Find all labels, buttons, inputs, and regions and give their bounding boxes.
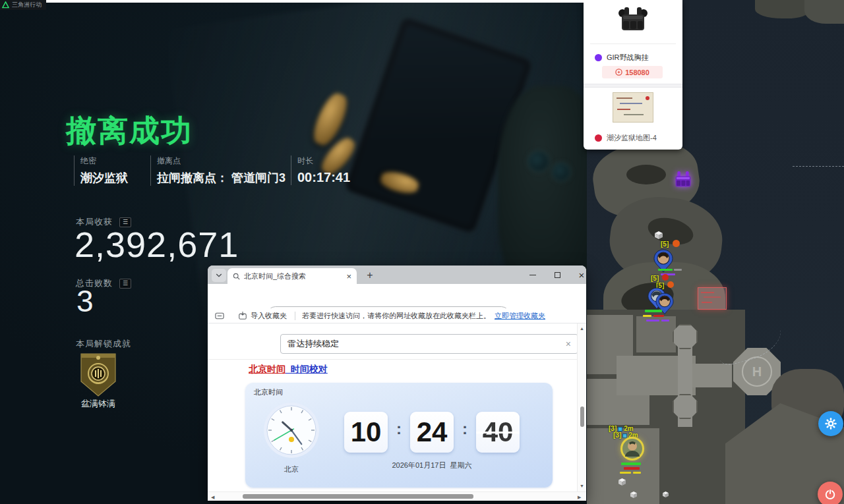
loot-value: 2,392,671 <box>75 224 239 265</box>
map-document-marker <box>698 287 727 310</box>
result-link-rest: _时间校对 <box>286 364 328 374</box>
exit-name: 拉闸撤离点： 管道闸门3 <box>157 170 286 186</box>
exit-label: 撤离点 <box>157 155 286 167</box>
bookmarks-hint-text: 若要进行快速访问，请将你的网址收藏放在此收藏夹栏上。 <box>302 311 491 321</box>
map-terrain <box>804 0 844 24</box>
clock-colon: : <box>458 420 472 438</box>
map-terrain <box>755 0 809 18</box>
import-favorites-button[interactable]: 导入收藏夹 <box>238 311 287 321</box>
browser-window: 北京时间_综合搜索 × + × https://www.so.com/s?q=北… <box>208 266 586 501</box>
gear-icon <box>824 417 837 430</box>
loot-cube-icon <box>663 491 669 497</box>
scroll-down-icon[interactable]: ▼ <box>580 484 584 488</box>
goggle-lens <box>528 150 550 173</box>
settings-fab-button[interactable] <box>818 411 843 436</box>
item-row[interactable]: GIR野战胸挂 <box>595 53 649 63</box>
result-link-highlight: 北京时间 <box>249 364 286 374</box>
window-top-strip <box>15 0 584 3</box>
bookbar-divider <box>295 312 295 320</box>
import-favorites-label: 导入收藏夹 <box>251 311 287 321</box>
browser-tab[interactable]: 北京时间_综合搜索 × <box>227 268 357 284</box>
status-bar <box>653 315 664 317</box>
search-result-link[interactable]: 北京时间_时间校对 <box>249 364 328 376</box>
new-tab-button[interactable]: + <box>363 269 377 282</box>
horizontal-scrollbar[interactable]: ◀ ▶ <box>208 491 586 501</box>
item-row[interactable]: 潮汐监狱地图-4 <box>595 133 657 143</box>
map-building <box>636 316 676 352</box>
map-name: 潮汐监狱 <box>80 170 128 186</box>
page-search-box[interactable]: × <box>280 334 578 354</box>
horizontal-scroll-thumb[interactable] <box>243 494 473 499</box>
tab-search-button[interactable] <box>212 269 226 282</box>
power-fab-button[interactable] <box>818 482 843 504</box>
vertical-scroll-thumb[interactable] <box>580 406 584 427</box>
item-name: GIR野战胸挂 <box>607 53 649 63</box>
health-bar <box>645 310 662 312</box>
health-bar <box>658 269 673 271</box>
loot-cube-icon <box>618 478 626 486</box>
page-divider <box>208 359 586 360</box>
analog-clock <box>262 401 320 459</box>
panel-gap <box>584 84 682 88</box>
info-col-clearance: 绝密 潮汐监狱 <box>74 155 128 186</box>
page-search-input[interactable] <box>287 339 566 349</box>
bookmarks-bar: 导入收藏夹 若要进行快速访问，请将你的网址收藏放在此收藏夹栏上。 立即管理收藏夹 <box>208 308 586 323</box>
info-col-duration: 时长 00:17:41 <box>291 155 350 185</box>
panel-divider <box>590 43 676 44</box>
import-icon <box>238 311 247 320</box>
scroll-right-icon[interactable]: ▶ <box>578 495 581 499</box>
vertical-scrollbar[interactable]: ▲ ▼ <box>577 323 586 491</box>
search-icon <box>233 273 240 280</box>
game-app-icon <box>2 1 9 9</box>
beijing-time-card: 北京时间 北京 10 : 2 <box>245 383 553 488</box>
enemy-dot <box>673 240 680 247</box>
clock-date: 2026年01月17日 星期六 <box>344 461 520 470</box>
browser-toolbar: https://www.so.com/s?q=北京时间&src=lm&ls=sm… <box>208 284 586 308</box>
achievement-badge <box>78 352 119 398</box>
map-building <box>692 364 732 387</box>
clock-city-label: 北京 <box>272 464 311 474</box>
window-maximize-button[interactable] <box>547 266 567 284</box>
goggle-lens <box>551 162 571 182</box>
status-bar <box>620 472 631 474</box>
flip-seconds: 40 <box>476 412 520 453</box>
item-image-vest[interactable] <box>617 6 649 36</box>
clear-search-icon[interactable]: × <box>566 339 571 349</box>
status-bar <box>674 269 682 271</box>
tab-close-icon[interactable]: × <box>346 272 351 281</box>
kills-value: 3 <box>76 283 94 319</box>
enemy-dot <box>662 274 669 281</box>
status-bar <box>633 472 641 474</box>
duration-label: 时长 <box>297 155 350 167</box>
scroll-left-icon[interactable]: ◀ <box>211 495 214 499</box>
bookmarks-bar-icon[interactable] <box>214 311 225 321</box>
power-icon <box>824 488 837 501</box>
achievement-badge-icon <box>78 352 119 398</box>
clock-colon: : <box>392 420 406 438</box>
window-minimize-button[interactable] <box>523 266 543 284</box>
manage-favorites-link[interactable]: 立即管理收藏夹 <box>495 311 545 321</box>
map-terrain <box>626 165 666 184</box>
item-price-badge: 158080 <box>602 66 663 78</box>
vest-icon <box>673 170 694 191</box>
tab-strip: 北京时间_综合搜索 × + × <box>208 266 586 284</box>
health-bar <box>621 462 641 465</box>
item-price: 158080 <box>625 69 649 76</box>
status-bar <box>624 467 640 470</box>
achievement-name: 盆满钵满 <box>71 398 125 410</box>
enemy-dot <box>667 281 674 288</box>
item-image-map[interactable] <box>613 92 653 123</box>
flip-hours: 10 <box>344 412 388 453</box>
squad-count-label: [5] <box>651 275 659 282</box>
status-bar <box>643 315 651 317</box>
clock-card-title: 北京时间 <box>254 387 283 397</box>
clearance-label: 绝密 <box>80 155 128 167</box>
kills-detail-icon[interactable]: ☰ <box>119 279 131 289</box>
status-bar <box>661 320 669 322</box>
page-content: × 北京时间_时间校对 北京时间 <box>208 323 586 491</box>
clock-weekday: 星期六 <box>450 461 472 469</box>
squad-count-label: [5] <box>661 241 669 248</box>
scroll-up-icon[interactable]: ▲ <box>580 326 584 331</box>
window-close-button[interactable]: × <box>572 266 591 284</box>
extraction-result-title: 撤离成功 <box>66 111 193 152</box>
